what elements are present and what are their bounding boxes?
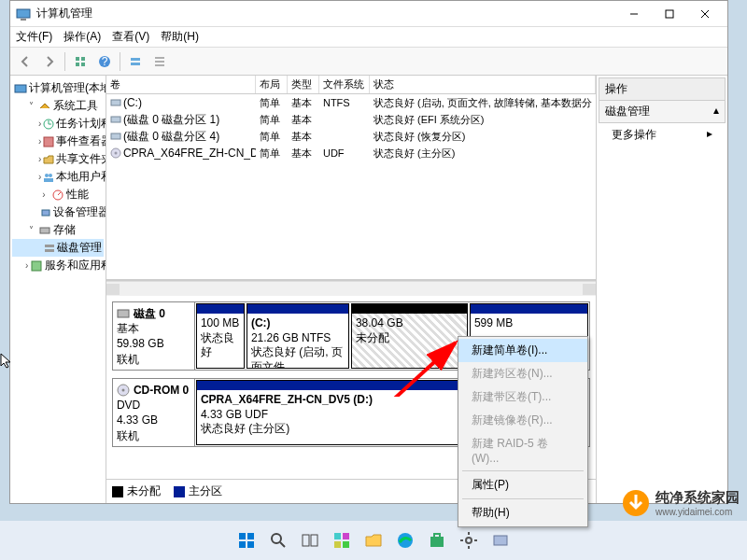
cdrom-icon xyxy=(117,384,130,397)
app-icon xyxy=(16,7,31,21)
settings-icon[interactable] xyxy=(457,528,481,553)
tree-event-viewer[interactable]: ›事件查看器 xyxy=(12,133,104,150)
ctx-new-raid5-volume: 新建 RAID-5 卷(W)... xyxy=(458,432,587,469)
titlebar: 计算机管理 xyxy=(10,1,727,27)
svg-rect-42 xyxy=(247,533,254,539)
svg-rect-7 xyxy=(81,57,85,61)
maximize-button[interactable] xyxy=(653,3,686,25)
svg-rect-49 xyxy=(334,533,341,539)
ctx-new-striped-volume: 新建带区卷(T)... xyxy=(458,385,587,409)
ctx-new-spanned-volume: 新建跨区卷(N)... xyxy=(458,362,587,385)
legend-unalloc-swatch xyxy=(112,486,123,497)
svg-rect-52 xyxy=(343,541,349,548)
start-button[interactable] xyxy=(234,528,259,553)
nav-back-button[interactable] xyxy=(14,50,36,73)
volume-row[interactable]: CPRA_X64FRE_ZH-CN_DV5 (D:)简单基本UDF状态良好 (主… xyxy=(106,145,596,161)
nav-tree[interactable]: 计算机管理(本地) ˅系统工具 ›任务计划程序 ›事件查看器 ›共享文件夹 ›本… xyxy=(10,76,106,503)
explorer-icon[interactable] xyxy=(361,528,386,553)
menu-view[interactable]: 查看(V) xyxy=(112,29,149,45)
col-status[interactable]: 状态 xyxy=(370,76,596,93)
taskbar[interactable] xyxy=(0,521,747,560)
volume-row[interactable]: (C:)简单基本NTFS状态良好 (启动, 页面文件, 故障转储, 基本数据分 xyxy=(106,94,596,111)
close-button[interactable] xyxy=(688,3,722,25)
col-layout[interactable]: 布局 xyxy=(256,76,288,93)
horizontal-scrollbar[interactable] xyxy=(106,281,596,296)
toolbar-list-button[interactable] xyxy=(148,50,171,73)
disk-0-info: 磁盘 0 基本 59.98 GB 联机 xyxy=(113,302,195,370)
col-filesystem[interactable]: 文件系统 xyxy=(319,76,370,93)
svg-rect-33 xyxy=(111,117,120,122)
svg-rect-51 xyxy=(334,541,341,548)
actions-section[interactable]: 磁盘管理▴ xyxy=(599,101,726,123)
volume-list[interactable]: (C:)简单基本NTFS状态良好 (启动, 页面文件, 故障转储, 基本数据分 … xyxy=(106,94,596,281)
chevron-right-icon: ▸ xyxy=(707,127,712,143)
legend-primary-swatch xyxy=(174,486,185,497)
nav-fwd-button[interactable] xyxy=(38,50,61,73)
tree-shared-folders[interactable]: ›共享文件夹 xyxy=(12,150,104,168)
actions-pane: 操作 磁盘管理▴ 更多操作▸ xyxy=(597,76,727,503)
tree-storage[interactable]: ˅存储 xyxy=(12,221,104,239)
toolbar: ? xyxy=(10,48,727,76)
collapse-icon: ▴ xyxy=(713,104,719,119)
partition-unallocated[interactable]: 38.04 GB未分配 xyxy=(351,303,468,369)
disk-icon xyxy=(117,308,130,319)
svg-rect-48 xyxy=(311,535,317,546)
svg-point-22 xyxy=(45,174,49,177)
window-title: 计算机管理 xyxy=(36,6,617,21)
menu-file[interactable]: 文件(F) xyxy=(16,29,52,45)
taskbar-app-icon[interactable] xyxy=(488,528,513,553)
tree-local-users[interactable]: ›本地用户和组 xyxy=(12,168,104,186)
tree-performance[interactable]: ›性能 xyxy=(12,186,104,203)
svg-rect-60 xyxy=(494,536,507,545)
toolbar-help-button[interactable]: ? xyxy=(93,50,116,73)
svg-point-55 xyxy=(466,538,472,543)
volume-row[interactable]: (磁盘 0 磁盘分区 1)简单基本状态良好 (EFI 系统分区) xyxy=(106,111,596,128)
menu-help[interactable]: 帮助(H) xyxy=(161,29,199,45)
volume-row[interactable]: (磁盘 0 磁盘分区 4)简单基本状态良好 (恢复分区) xyxy=(106,128,596,145)
edge-icon[interactable] xyxy=(393,528,417,553)
tree-root[interactable]: 计算机管理(本地) xyxy=(12,79,104,97)
tree-services-apps[interactable]: ›服务和应用程序 xyxy=(12,257,104,274)
svg-rect-0 xyxy=(17,9,30,18)
volume-list-header: 卷 布局 类型 文件系统 状态 xyxy=(106,76,596,94)
minimize-button[interactable] xyxy=(617,3,651,25)
tree-task-scheduler[interactable]: ›任务计划程序 xyxy=(12,115,104,133)
svg-line-46 xyxy=(280,542,285,547)
svg-point-39 xyxy=(121,389,124,392)
cdrom-0-info: CD-ROM 0 DVD 4.33 GB 联机 xyxy=(113,379,195,446)
svg-rect-24 xyxy=(44,178,53,182)
taskview-icon[interactable] xyxy=(298,528,322,553)
svg-rect-21 xyxy=(44,137,53,147)
col-volume[interactable]: 卷 xyxy=(106,76,256,93)
svg-line-26 xyxy=(58,192,61,195)
store-icon[interactable] xyxy=(425,528,449,553)
actions-header: 操作 xyxy=(599,77,726,101)
svg-rect-44 xyxy=(247,541,254,548)
svg-rect-13 xyxy=(131,63,140,65)
actions-more[interactable]: 更多操作▸ xyxy=(599,123,726,147)
tree-disk-management[interactable]: 磁盘管理 xyxy=(12,239,104,257)
svg-rect-47 xyxy=(303,535,309,546)
partition-efi[interactable]: 100 MB状态良好 xyxy=(196,303,245,369)
ctx-properties[interactable]: 属性(P) xyxy=(458,473,587,497)
ctx-new-mirror-volume: 新建镜像卷(R)... xyxy=(458,409,587,432)
svg-text:?: ? xyxy=(102,55,108,68)
menubar: 文件(F) 操作(A) 查看(V) 帮助(H) xyxy=(10,27,727,48)
svg-rect-29 xyxy=(45,245,54,247)
svg-rect-3 xyxy=(666,10,673,18)
widgets-icon[interactable] xyxy=(330,528,354,553)
tree-device-manager[interactable]: 设备管理器 xyxy=(12,203,104,221)
svg-point-45 xyxy=(272,534,281,543)
toolbar-refresh-button[interactable] xyxy=(124,50,147,73)
toolbar-view-button[interactable] xyxy=(69,50,92,73)
svg-rect-12 xyxy=(131,58,140,61)
ctx-help[interactable]: 帮助(H) xyxy=(458,501,587,525)
search-icon[interactable] xyxy=(266,528,290,553)
menu-action[interactable]: 操作(A) xyxy=(63,29,101,45)
partition-c[interactable]: (C:)21.26 GB NTFS状态良好 (启动, 页面文件 xyxy=(247,303,349,369)
tree-system-tools[interactable]: ˅系统工具 xyxy=(12,97,104,115)
ctx-new-simple-volume[interactable]: 新建简单卷(I)... xyxy=(458,339,587,362)
svg-point-36 xyxy=(114,152,117,155)
svg-rect-32 xyxy=(111,100,120,105)
col-type[interactable]: 类型 xyxy=(288,76,319,93)
